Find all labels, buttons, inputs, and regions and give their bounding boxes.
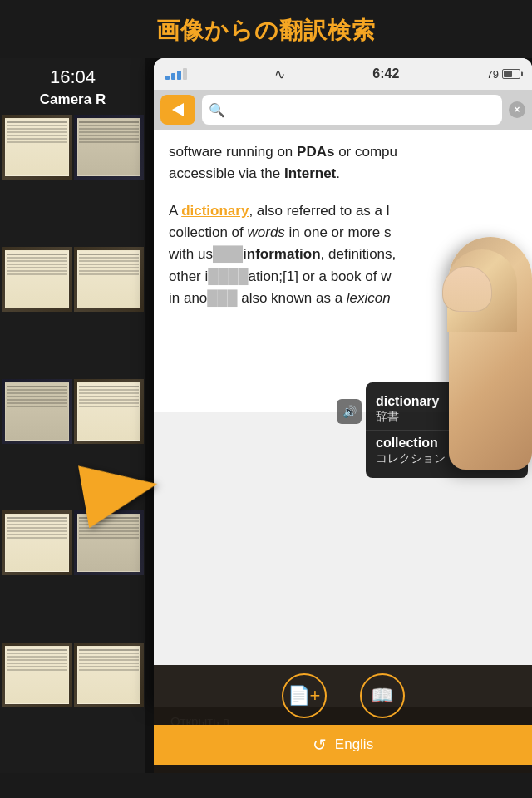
translate-refresh-icon: ↺ <box>313 735 327 755</box>
battery-percent: 79 <box>487 68 499 81</box>
thumbnail-item[interactable] <box>2 510 72 575</box>
signal-bar-4 <box>183 68 187 80</box>
status-time: 6:42 <box>372 66 399 81</box>
camera-label: Camera R <box>0 91 145 115</box>
thumbnail-item[interactable] <box>74 115 145 180</box>
thumbnail-item[interactable] <box>2 379 72 444</box>
signal-bar-2 <box>171 73 175 80</box>
camera-time: 16:04 <box>0 58 145 91</box>
iphone-frame: ∿ 6:42 79 🔍 × software runni <box>154 58 532 707</box>
translate-label: Englis <box>335 736 373 753</box>
finger-overlay <box>357 220 532 536</box>
thumbnail-grid <box>0 115 145 773</box>
toolbar-icons: 📄+ 📖 <box>282 673 405 718</box>
add-page-icon: 📄+ <box>288 685 321 707</box>
battery-indicator: 79 <box>487 68 520 81</box>
thumbnail-item[interactable] <box>2 115 72 180</box>
translate-bar[interactable]: ↺ Englis <box>154 725 532 765</box>
thumbnail-item[interactable] <box>74 247 145 312</box>
finger-nail <box>442 266 492 312</box>
wifi-icon: ∿ <box>274 66 285 82</box>
clear-icon: × <box>514 104 520 116</box>
arrow-overlay <box>66 457 233 524</box>
camera-panel: 16:04 Camera R <box>0 58 145 773</box>
title-area: 画像からの翻訳検索 <box>0 0 532 58</box>
thumbnail-item[interactable] <box>74 379 145 444</box>
highlighted-word: dictionary <box>181 203 249 219</box>
search-icon: 🔍 <box>209 102 225 118</box>
thumbnail-item[interactable] <box>2 247 72 312</box>
book-icon: 📖 <box>371 685 393 707</box>
back-button[interactable] <box>160 95 195 125</box>
back-arrow-icon <box>172 103 184 116</box>
dict-paragraph-1: software running on PDAs or compu access… <box>169 141 517 185</box>
page-title: 画像からの翻訳検索 <box>156 17 376 43</box>
signal-indicator <box>165 68 187 80</box>
book-button[interactable]: 📖 <box>360 673 405 718</box>
clear-button[interactable]: × <box>509 101 525 118</box>
bottom-toolbar: 📄+ 📖 ↺ Englis <box>154 665 532 773</box>
arrow-icon <box>78 453 163 528</box>
search-bar-area: 🔍 × <box>154 90 532 130</box>
thumbnail-item[interactable] <box>2 643 72 707</box>
thumbnail-item[interactable] <box>74 643 145 707</box>
search-field[interactable]: 🔍 <box>202 95 502 125</box>
battery-fill <box>504 71 512 77</box>
signal-bar-3 <box>177 71 181 80</box>
status-bar: ∿ 6:42 79 <box>154 58 532 90</box>
signal-bar-1 <box>165 76 170 80</box>
finger-body <box>449 237 532 470</box>
main-area: 16:04 Camera R ∿ 6 <box>0 58 532 773</box>
battery-icon <box>502 69 520 79</box>
add-page-button[interactable]: 📄+ <box>282 673 327 718</box>
finger-tip <box>447 249 517 332</box>
